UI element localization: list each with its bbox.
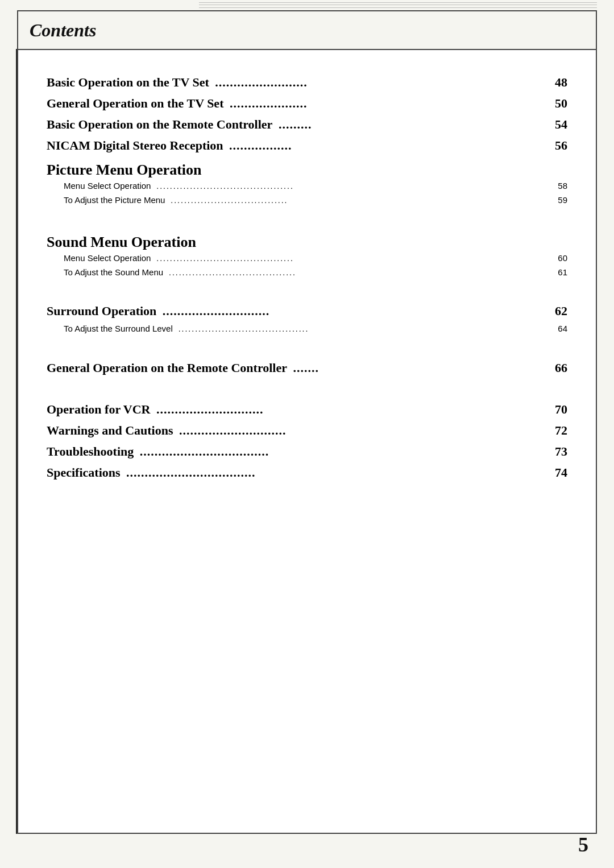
toc-label-sound-adjust: To Adjust the Sound Menu xyxy=(64,266,163,279)
toc-page-surround-adjust: 64 xyxy=(558,323,567,336)
main-content-box: Basic Operation on the TV Set ..........… xyxy=(17,49,597,834)
toc-section-general-remote: General Operation on the Remote Controll… xyxy=(47,358,567,377)
contents-header: Contents xyxy=(17,10,597,49)
toc-entry-general-remote: General Operation on the Remote Controll… xyxy=(47,358,567,377)
toc-entry-nicam: NICAM Digital Stereo Reception .........… xyxy=(47,136,567,155)
toc-entry-specifications: Specifications .........................… xyxy=(47,463,567,482)
toc-section-picture-menu: Picture Menu Operation Menu Select Opera… xyxy=(47,162,567,206)
toc-entry-troubleshooting: Troubleshooting ........................… xyxy=(47,442,567,461)
toc-page-sound-adjust: 61 xyxy=(558,266,567,279)
toc-dots-troubleshooting: ................................... xyxy=(136,442,553,461)
toc-dots-vcr: ............................. xyxy=(153,400,553,419)
toc-dots-surround: ............................. xyxy=(159,301,553,320)
gap-3 xyxy=(47,342,567,358)
toc-page-vcr: 70 xyxy=(555,400,567,419)
toc-entry-general-operation-tv: General Operation on the TV Set ........… xyxy=(47,94,567,113)
toc-section-basic-tv: Basic Operation on the TV Set ..........… xyxy=(47,73,567,155)
toc-label-picture-select: Menu Select Operation xyxy=(64,180,151,193)
toc-dots-warnings: ............................. xyxy=(176,421,553,440)
gap-4 xyxy=(47,384,567,400)
page-number: 5 xyxy=(578,833,588,857)
top-line-1 xyxy=(199,2,597,3)
toc-entry-sound-menu-select: Menu Select Operation ..................… xyxy=(47,252,567,265)
toc-label-warnings: Warnings and Cautions xyxy=(47,421,173,440)
toc-dots-basic-remote: ......... xyxy=(275,115,553,134)
toc-label-picture-adjust: To Adjust the Picture Menu xyxy=(64,194,165,207)
toc-page-surround: 62 xyxy=(555,301,567,320)
toc-dots-specifications: ................................... xyxy=(123,463,553,482)
page: Contents Basic Operation on the TV Set .… xyxy=(0,0,614,868)
toc-section-vcr: Operation for VCR ......................… xyxy=(47,400,567,482)
toc-label-vcr: Operation for VCR xyxy=(47,400,151,419)
toc-entry-vcr: Operation for VCR ......................… xyxy=(47,400,567,419)
toc-dots-sound-select: ........................................… xyxy=(153,253,555,264)
toc-dots-general-tv: ..................... xyxy=(226,94,553,113)
top-decorative-lines xyxy=(199,1,597,9)
toc-section-sound-menu: Sound Menu Operation Menu Select Operati… xyxy=(47,234,567,279)
toc-label-basic-tv: Basic Operation on the TV Set xyxy=(47,73,209,92)
toc-entry-picture-menu-select: Menu Select Operation ..................… xyxy=(47,180,567,193)
toc-page-warnings: 72 xyxy=(555,421,567,440)
toc-dots-nicam: ................. xyxy=(226,136,553,155)
toc-page-troubleshooting: 73 xyxy=(555,442,567,461)
toc-section-surround: Surround Operation .....................… xyxy=(47,301,567,336)
toc-dots-surround-adjust: ....................................... xyxy=(175,323,556,335)
toc-dots-general-remote: ....... xyxy=(289,358,553,377)
toc-page-specifications: 74 xyxy=(555,463,567,482)
toc-label-surround: Surround Operation xyxy=(47,301,156,320)
toc-page-nicam: 56 xyxy=(555,136,567,155)
top-line-2 xyxy=(199,5,597,5)
toc-label-troubleshooting: Troubleshooting xyxy=(47,442,134,461)
top-line-3 xyxy=(199,7,597,8)
toc-label-sound-select: Menu Select Operation xyxy=(64,252,151,265)
toc-dots-picture-adjust: ................................... xyxy=(167,195,555,206)
toc-page-picture-adjust: 59 xyxy=(558,194,567,207)
toc-heading-sound-menu: Sound Menu Operation xyxy=(47,234,567,251)
toc-entry-surround-adjust: To Adjust the Surround Level ...........… xyxy=(47,323,567,336)
toc-dots-basic-tv: ......................... xyxy=(211,73,553,92)
toc-page-general-tv: 50 xyxy=(555,94,567,113)
toc-label-specifications: Specifications xyxy=(47,463,121,482)
toc-label-general-tv: General Operation on the TV Set xyxy=(47,94,223,113)
toc-label-surround-adjust: To Adjust the Surround Level xyxy=(64,323,173,336)
toc-label-basic-remote: Basic Operation on the Remote Controller xyxy=(47,115,272,134)
toc-page-sound-select: 60 xyxy=(558,252,567,265)
toc-entry-basic-operation-tv: Basic Operation on the TV Set ..........… xyxy=(47,73,567,92)
toc-entry-basic-remote: Basic Operation on the Remote Controller… xyxy=(47,115,567,134)
toc-page-general-remote: 66 xyxy=(555,358,567,377)
toc-dots-sound-adjust: ...................................... xyxy=(165,267,555,279)
toc-entry-sound-menu-adjust: To Adjust the Sound Menu ...............… xyxy=(47,266,567,279)
gap-1 xyxy=(47,213,567,229)
toc-entry-warnings: Warnings and Cautions ..................… xyxy=(47,421,567,440)
contents-title: Contents xyxy=(30,20,96,41)
toc-page-basic-remote: 54 xyxy=(555,115,567,134)
gap-2 xyxy=(47,286,567,301)
toc-page-basic-tv: 48 xyxy=(555,73,567,92)
toc-label-nicam: NICAM Digital Stereo Reception xyxy=(47,136,223,155)
toc-page-picture-select: 58 xyxy=(558,180,567,193)
toc-entry-surround: Surround Operation .....................… xyxy=(47,301,567,320)
toc-dots-picture-select: ........................................… xyxy=(153,180,555,192)
toc-heading-picture-menu: Picture Menu Operation xyxy=(47,162,567,179)
toc-entry-picture-menu-adjust: To Adjust the Picture Menu .............… xyxy=(47,194,567,207)
toc-label-general-remote: General Operation on the Remote Controll… xyxy=(47,358,287,377)
